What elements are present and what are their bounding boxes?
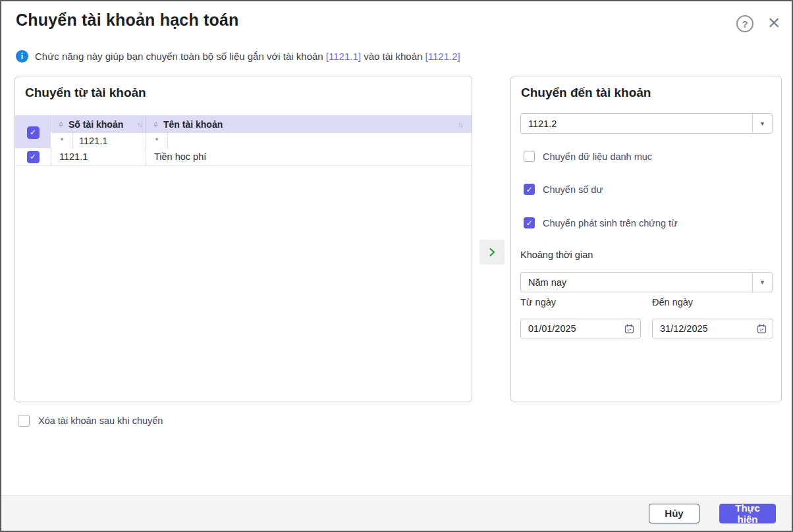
chevron-down-icon[interactable]: ▼: [752, 114, 772, 133]
calendar-icon[interactable]: [624, 323, 635, 334]
source-accounts-panel: Chuyển từ tài khoản ✓ Số tài khoản ↑↓ Tê…: [14, 76, 472, 402]
target-account-link[interactable]: [1121.2]: [425, 51, 460, 62]
row-checkbox-cell: ✓: [15, 148, 51, 165]
period-label: Khoảng thời gian: [520, 250, 593, 260]
option-transfer-balance[interactable]: ✓ Chuyển số dư: [524, 184, 603, 195]
option-label: Chuyển phát sinh trên chứng từ: [543, 218, 678, 228]
option-label: Chuyển số dư: [543, 184, 603, 195]
checkbox[interactable]: ✓: [18, 415, 30, 427]
chevron-right-icon: [487, 247, 497, 257]
source-panel-title: Chuyển từ tài khoản: [25, 86, 146, 100]
filter-wildcard[interactable]: *: [146, 133, 168, 148]
info-text-part1: Chức năng này giúp bạn chuyển toàn bộ số…: [35, 51, 326, 62]
check-icon: ✓: [30, 128, 36, 136]
option-transfer-transactions[interactable]: ✓ Chuyển phát sinh trên chứng từ: [524, 217, 678, 228]
from-date-input[interactable]: [521, 323, 624, 334]
checkbox[interactable]: ✓: [524, 151, 535, 162]
filter-wildcard[interactable]: *: [51, 133, 73, 148]
column-label: Tên tài khoản: [163, 119, 223, 130]
option-label: Xóa tài khoản sau khi chuyển: [38, 415, 163, 426]
sort-icon[interactable]: ↑↓: [137, 120, 142, 128]
header-row: Số tài khoản ↑↓ Tên tài khoản ↑↓: [51, 116, 472, 133]
transfer-account-dialog: Chuyển tài khoản hạch toán ? × i Chức nă…: [0, 0, 793, 532]
info-icon: i: [16, 50, 28, 63]
filter-cell-account-name: *: [146, 133, 472, 148]
period-preset-value: Năm nay: [521, 277, 752, 288]
dialog-footer: Hủy Thực hiện: [1, 495, 792, 531]
to-date-label: Đến ngày: [652, 297, 693, 307]
column-header-account-name[interactable]: Tên tài khoản ↑↓: [146, 116, 472, 133]
info-text: Chức năng này giúp bạn chuyển toàn bộ số…: [35, 51, 460, 62]
from-date-field: [520, 319, 641, 338]
sort-icon[interactable]: ↑↓: [458, 120, 462, 128]
close-icon[interactable]: ×: [763, 9, 785, 36]
chevron-down-icon[interactable]: ▼: [752, 273, 772, 292]
target-panel-title: Chuyển đến tài khoản: [521, 86, 651, 100]
checkbox[interactable]: ✓: [524, 217, 535, 228]
target-account-select[interactable]: 1121.2 ▼: [520, 113, 773, 134]
cell-account-number: 1121.1: [51, 148, 146, 165]
cancel-button[interactable]: Hủy: [649, 504, 699, 523]
info-text-part2: vào tài khoản: [361, 51, 425, 62]
target-account-value: 1121.2: [521, 119, 752, 129]
to-date-field: [652, 319, 773, 338]
pin-icon[interactable]: [152, 121, 159, 128]
check-icon: ✓: [526, 186, 532, 194]
checkbox[interactable]: ✓: [524, 184, 535, 195]
to-date-input[interactable]: [653, 323, 756, 334]
target-account-panel: Chuyển đến tài khoản 1121.2 ▼ ✓ Chuyển d…: [510, 76, 782, 402]
option-transfer-catalog[interactable]: ✓ Chuyển dữ liệu danh mục: [524, 151, 652, 162]
option-label: Chuyển dữ liệu danh mục: [543, 151, 652, 162]
help-icon[interactable]: ?: [736, 15, 753, 32]
calendar-icon[interactable]: [756, 323, 767, 334]
from-date-label: Từ ngày: [520, 297, 556, 307]
column-header-account-number[interactable]: Số tài khoản ↑↓: [51, 116, 146, 133]
column-label: Số tài khoản: [68, 119, 123, 130]
select-all-cell: ✓: [15, 116, 51, 149]
filter-row: * 1121.1 *: [51, 133, 472, 149]
pin-icon[interactable]: [57, 121, 65, 128]
submit-button[interactable]: Thực hiện: [719, 504, 776, 523]
row-checkbox[interactable]: ✓: [27, 151, 40, 163]
check-icon: ✓: [526, 219, 532, 227]
table-row[interactable]: ✓ 1121.1 Tiền học phí: [15, 148, 472, 166]
table-header: ✓ Số tài khoản ↑↓ Tên tài khoản ↑↓ *: [15, 115, 472, 149]
period-preset-select[interactable]: Năm nay ▼: [520, 272, 773, 292]
source-account-link[interactable]: [1121.1]: [326, 51, 361, 62]
info-banner: i Chức năng này giúp bạn chuyển toàn bộ …: [16, 50, 460, 63]
filter-cell-account-number: * 1121.1: [51, 133, 146, 148]
page-title: Chuyển tài khoản hạch toán: [16, 11, 239, 30]
select-all-checkbox[interactable]: ✓: [27, 126, 40, 139]
filter-input-account-number[interactable]: 1121.1: [73, 136, 146, 146]
option-delete-account[interactable]: ✓ Xóa tài khoản sau khi chuyển: [18, 415, 163, 427]
check-icon: ✓: [30, 153, 36, 161]
transfer-button[interactable]: [479, 240, 505, 265]
cell-account-name: Tiền học phí: [146, 148, 472, 165]
